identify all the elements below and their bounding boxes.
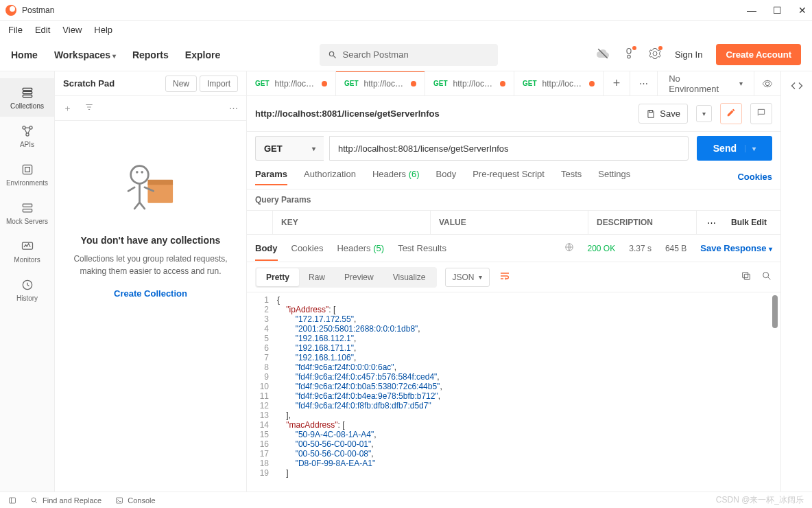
code-line: 1{ xyxy=(247,295,780,305)
search-response-icon[interactable] xyxy=(761,270,772,284)
tab-method: GET xyxy=(344,80,359,87)
view-visualize[interactable]: Visualize xyxy=(383,268,435,286)
request-tabs-bar: GET http://local... GET http://local... … xyxy=(247,71,780,96)
tab-prerequest[interactable]: Pre-request Script xyxy=(473,169,545,185)
tab-params[interactable]: Params xyxy=(255,169,287,185)
response-size: 645 B xyxy=(665,244,686,253)
tab-body[interactable]: Body xyxy=(436,169,457,185)
edit-icon[interactable] xyxy=(720,103,742,124)
request-tab-3[interactable]: GET http://local... xyxy=(514,71,604,95)
capture-icon[interactable] xyxy=(623,47,635,62)
save-response-button[interactable]: Save Response ▾ xyxy=(700,243,772,253)
menu-help[interactable]: Help xyxy=(94,25,112,35)
environment-preview-icon[interactable] xyxy=(754,71,780,95)
resp-tab-headers[interactable]: Headers (5) xyxy=(337,236,384,260)
svg-rect-21 xyxy=(743,273,748,278)
request-tab-2[interactable]: GET http://local... xyxy=(425,71,514,95)
find-replace-button[interactable]: Find and Replace xyxy=(30,496,102,505)
sidebar-item-mock-servers[interactable]: Mock Servers xyxy=(0,194,54,232)
wrap-lines-icon[interactable] xyxy=(495,266,514,288)
add-icon[interactable]: ＋ xyxy=(63,102,72,115)
response-body[interactable]: 1{2 "ipAddress": [3 "172.17.172.55",4 "2… xyxy=(247,292,780,492)
nav-workspaces[interactable]: Workspaces xyxy=(54,49,116,60)
resp-tab-body[interactable]: Body xyxy=(255,236,278,260)
workspace-title: Scratch Pad xyxy=(63,78,115,89)
menu-view[interactable]: View xyxy=(62,25,82,35)
network-icon[interactable] xyxy=(564,242,574,254)
environment-select[interactable]: No Environment▾ xyxy=(657,71,754,95)
code-line: 15 "50-9A-4C-08-1A-A4", xyxy=(247,430,780,439)
signin-button[interactable]: Sign In xyxy=(675,49,702,60)
window-minimize-button[interactable]: — xyxy=(747,5,756,16)
nav-reports[interactable]: Reports xyxy=(132,49,169,60)
tabs-more-icon[interactable]: ⋯ xyxy=(630,71,657,95)
view-raw[interactable]: Raw xyxy=(299,268,335,286)
nav-home[interactable]: Home xyxy=(11,49,38,60)
new-button[interactable]: New xyxy=(165,76,197,92)
cookies-link[interactable]: Cookies xyxy=(737,172,772,182)
svg-rect-7 xyxy=(23,165,32,174)
unsaved-indicator-icon xyxy=(322,81,327,86)
create-collection-link[interactable]: Create Collection xyxy=(114,288,187,299)
col-options-icon[interactable]: ⋯ xyxy=(697,211,726,234)
code-snippet-icon[interactable] xyxy=(791,80,803,94)
empty-description: Collections let you group related reques… xyxy=(69,253,232,277)
resp-tab-test-results[interactable]: Test Results xyxy=(398,236,446,260)
sidebar-item-collections[interactable]: Collections xyxy=(0,78,54,117)
view-pretty[interactable]: Pretty xyxy=(256,268,299,286)
svg-rect-25 xyxy=(117,498,123,503)
svg-point-5 xyxy=(29,126,32,128)
new-tab-button[interactable]: + xyxy=(604,71,630,95)
response-scrollbar[interactable] xyxy=(772,295,778,328)
sync-offline-icon[interactable] xyxy=(597,47,609,62)
save-dropdown[interactable]: ▾ xyxy=(696,105,712,122)
svg-rect-23 xyxy=(10,498,16,503)
menu-file[interactable]: File xyxy=(8,25,23,35)
unsaved-indicator-icon xyxy=(500,81,505,86)
import-button[interactable]: Import xyxy=(200,76,238,92)
svg-rect-1 xyxy=(23,88,32,90)
url-input[interactable] xyxy=(329,136,689,161)
nav-explore[interactable]: Explore xyxy=(185,49,220,60)
request-tab-0[interactable]: GET http://local... xyxy=(247,71,336,95)
status-bar: Find and Replace Console CSDN @来一杯_冰阔乐 xyxy=(0,492,812,508)
svg-rect-20 xyxy=(744,274,750,279)
console-button[interactable]: Console xyxy=(115,496,155,505)
tab-tests[interactable]: Tests xyxy=(561,169,582,185)
empty-title: You don't have any collections xyxy=(81,235,221,246)
tab-label: http://local... xyxy=(542,79,584,89)
request-tab-1[interactable]: GET http://local... xyxy=(336,71,425,95)
save-button[interactable]: Save xyxy=(638,104,688,124)
send-button[interactable]: Send▾ xyxy=(697,136,772,161)
sidebar-item-environments[interactable]: Environments xyxy=(0,155,54,194)
search-input[interactable]: Search Postman xyxy=(320,44,498,66)
copy-icon[interactable] xyxy=(741,270,752,284)
method-select[interactable]: GET▾ xyxy=(255,136,324,161)
menu-bar: File Edit View Help xyxy=(0,21,812,38)
svg-point-4 xyxy=(22,126,25,128)
view-preview[interactable]: Preview xyxy=(335,268,383,286)
window-titlebar: Postman — ☐ ✕ xyxy=(0,0,812,21)
window-close-button[interactable]: ✕ xyxy=(798,5,807,16)
resp-tab-cookies[interactable]: Cookies xyxy=(291,236,324,260)
bulk-edit-button[interactable]: Bulk Edit xyxy=(726,211,780,234)
svg-rect-13 xyxy=(147,183,173,203)
sidebar-item-monitors[interactable]: Monitors xyxy=(0,232,54,270)
svg-rect-2 xyxy=(23,91,32,93)
comment-icon[interactable] xyxy=(750,103,772,124)
filter-icon[interactable] xyxy=(84,102,94,114)
sidebar-toggle-icon[interactable] xyxy=(8,496,16,505)
col-key: KEY xyxy=(273,211,431,234)
options-icon[interactable]: ⋯ xyxy=(229,103,238,113)
create-account-button[interactable]: Create Account xyxy=(716,44,801,65)
menu-edit[interactable]: Edit xyxy=(35,25,50,35)
settings-icon[interactable] xyxy=(649,47,661,62)
format-select[interactable]: JSON▾ xyxy=(445,268,490,287)
sidebar-item-history[interactable]: History xyxy=(0,270,54,309)
tab-headers[interactable]: Headers (6) xyxy=(372,169,420,185)
sidebar-nav: Collections APIs Environments Mock Serve… xyxy=(0,71,55,492)
tab-authorization[interactable]: Authorization xyxy=(304,169,356,185)
window-maximize-button[interactable]: ☐ xyxy=(773,5,782,16)
sidebar-item-apis[interactable]: APIs xyxy=(0,117,54,155)
tab-settings[interactable]: Settings xyxy=(598,169,630,185)
